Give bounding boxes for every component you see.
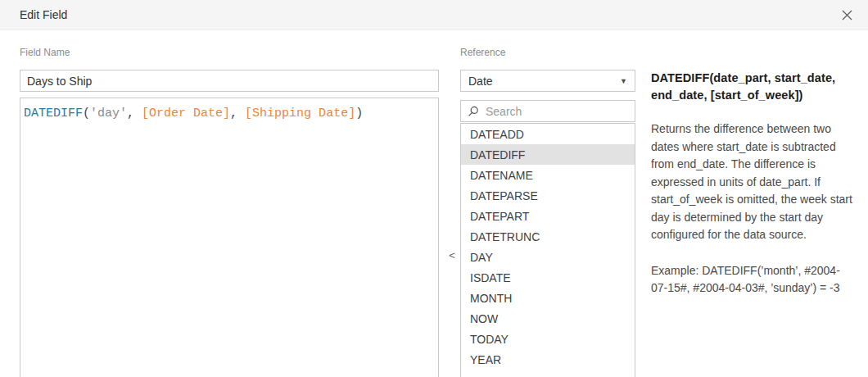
function-description: Returns the difference between two dates…	[651, 120, 856, 244]
function-list-item[interactable]: MONTH	[461, 288, 635, 308]
collapse-reference-button[interactable]: <	[445, 246, 459, 264]
function-list-item[interactable]: DATEDIFF	[461, 144, 635, 165]
field-name-label: Field Name	[20, 47, 70, 58]
field-name-input[interactable]	[20, 70, 439, 92]
function-example: Example: DATEDIFF(’month’, #2004-07-15#,…	[651, 262, 856, 298]
dialog-title: Edit Field	[20, 8, 67, 21]
formula-token-field: [Shipping Date]	[245, 107, 355, 120]
function-list-item[interactable]: DATETRUNC	[461, 226, 635, 247]
function-list-item[interactable]: ISDATE	[461, 267, 635, 288]
reference-category-value: Date	[468, 75, 493, 88]
search-icon	[468, 106, 479, 117]
function-list-item[interactable]: DATEADD	[461, 124, 635, 144]
formula-token-plain: ,	[230, 107, 245, 120]
formula-token-string: 'day'	[90, 107, 127, 120]
close-icon	[841, 9, 853, 21]
function-list-item[interactable]: YEAR	[461, 349, 635, 370]
function-list-item[interactable]: DATEPARSE	[461, 185, 635, 206]
formula-token-plain: (	[83, 107, 90, 120]
reference-label: Reference	[460, 47, 505, 58]
formula-token-plain: )	[355, 107, 363, 120]
formula-token-field: [Order Date]	[142, 107, 230, 120]
function-list-item[interactable]: DATEPART	[461, 206, 635, 226]
chevron-left-icon: <	[449, 249, 455, 261]
formula-editor[interactable]: DATEDIFF('day', [Order Date], [Shipping …	[20, 98, 439, 377]
formula-token-plain: ,	[127, 107, 142, 120]
reference-category-dropdown[interactable]: Date ▼	[460, 70, 635, 92]
function-list-item[interactable]: NOW	[461, 308, 635, 329]
dialog-titlebar: Edit Field	[0, 0, 868, 30]
function-signature: DATEDIFF(date_part, start_date, end_date…	[651, 70, 856, 104]
formula-text: DATEDIFF('day', [Order Date], [Shipping …	[24, 107, 363, 120]
function-list-item[interactable]: DATENAME	[461, 165, 635, 185]
function-list[interactable]: DATEADDDATEDIFFDATENAMEDATEPARSEDATEPART…	[460, 123, 635, 377]
function-list-item[interactable]: TODAY	[461, 329, 635, 349]
function-doc-panel: DATEDIFF(date_part, start_date, end_date…	[651, 70, 856, 298]
function-list-item[interactable]: DAY	[461, 247, 635, 267]
formula-token-function: DATEDIFF	[24, 107, 83, 120]
close-button[interactable]	[837, 5, 857, 25]
chevron-down-icon: ▼	[620, 77, 627, 85]
search-placeholder: Search	[486, 105, 522, 118]
search-input[interactable]: Search	[460, 100, 635, 122]
